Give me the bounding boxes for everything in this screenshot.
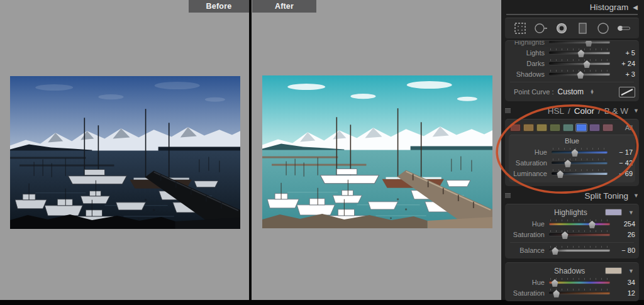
tick-marks — [550, 219, 609, 221]
hsl-mode-hsl[interactable]: HSL — [548, 106, 564, 116]
slider-knob[interactable] — [583, 60, 591, 68]
crop-overlay-icon[interactable] — [513, 21, 528, 35]
chevron-down-icon[interactable]: ▼ — [633, 108, 639, 114]
slider-value: 12 — [610, 289, 635, 297]
tick-marks — [550, 246, 609, 248]
slider-value: − 17 — [608, 148, 633, 156]
histogram-header[interactable]: Histogram ◀ — [505, 0, 639, 14]
split-divider — [510, 242, 634, 243]
chevron-down-icon[interactable]: ▼ — [633, 192, 639, 199]
slider-knob[interactable] — [551, 279, 558, 287]
chevron-down-icon[interactable]: ▼ — [628, 209, 634, 216]
slider-track[interactable] — [552, 148, 608, 157]
slider-track[interactable] — [549, 219, 610, 228]
blue-channel-box: Blue Hue− 17Saturation− 42Luminance− 69 — [509, 135, 635, 182]
spot-removal-icon[interactable] — [533, 21, 548, 35]
highlights-color-swatch[interactable] — [605, 209, 622, 216]
slider-track[interactable] — [549, 246, 610, 255]
slider-knob[interactable] — [564, 160, 572, 167]
slider-knob[interactable] — [588, 221, 596, 228]
slider-track[interactable] — [549, 289, 610, 297]
slider-label: Darks — [509, 60, 549, 67]
tick-marks — [553, 169, 606, 171]
red-eye-icon[interactable] — [554, 21, 569, 35]
slider-label: Saturation — [511, 159, 552, 167]
slider-knob[interactable] — [553, 290, 560, 297]
tick-marks — [550, 230, 609, 232]
after-tab: After — [252, 0, 316, 13]
slider-label: Hue — [511, 148, 552, 156]
blue-sliders: Hue− 17Saturation− 42Luminance− 69 — [511, 147, 633, 179]
slider-knob[interactable] — [571, 149, 579, 157]
point-curve-select[interactable]: Custom — [558, 87, 584, 96]
tick-marks — [553, 158, 606, 160]
tool-strip — [505, 18, 639, 38]
develop-panel: Histogram ◀ — [501, 0, 644, 300]
color-swatch-magenta[interactable] — [602, 124, 613, 131]
slider-row-lights: Lights+ 5 — [509, 48, 635, 58]
balance-slider: Balance− 80 — [509, 245, 635, 255]
color-swatch-purple[interactable] — [589, 124, 600, 131]
slider-row-saturation: Saturation− 42 — [511, 158, 633, 168]
slider-knob[interactable] — [552, 247, 559, 255]
after-photo — [262, 75, 492, 228]
color-swatch-blue[interactable] — [576, 124, 587, 131]
slider-track[interactable] — [552, 169, 608, 178]
slider-knob[interactable] — [561, 231, 569, 239]
chevron-down-icon[interactable]: ▼ — [628, 268, 634, 274]
tone-divider — [510, 82, 634, 82]
slider-value: + 5 — [610, 49, 635, 57]
point-curve-label: Point Curve : — [514, 88, 554, 96]
graduated-filter-icon[interactable] — [575, 21, 590, 35]
point-curve-stepper-icon[interactable]: ▲▼ — [590, 89, 594, 95]
pane-divider — [249, 0, 252, 300]
slider-knob[interactable] — [577, 71, 584, 79]
hsl-mode-bw[interactable]: B & W — [604, 106, 628, 116]
radial-filter-icon[interactable] — [596, 21, 611, 35]
color-swatch-orange[interactable] — [523, 124, 534, 131]
adjustment-brush-icon[interactable] — [616, 21, 631, 35]
shadows-title: Shadows — [554, 267, 585, 275]
slider-row-hue: Hue254 — [509, 219, 635, 229]
color-swatch-yellow[interactable] — [536, 124, 547, 131]
slider-knob[interactable] — [577, 50, 585, 57]
slider-track[interactable] — [552, 158, 608, 167]
tick-marks — [553, 148, 606, 150]
slider-track[interactable] — [549, 40, 610, 47]
panel-toggle-icon[interactable] — [505, 108, 511, 113]
histogram-divider — [506, 14, 638, 15]
slider-row-highlights: Highlights — [509, 40, 635, 47]
slider-row-saturation: Saturation12 — [509, 288, 635, 298]
slider-track[interactable] — [549, 48, 610, 57]
slider-label: Luminance — [511, 170, 552, 177]
slider-track[interactable] — [549, 70, 610, 79]
point-curve-edit-button[interactable] — [619, 87, 635, 97]
slider-value: 34 — [610, 279, 635, 286]
compare-canvas: Before After — [0, 0, 501, 300]
slider-label: Saturation — [509, 289, 549, 297]
slider-knob[interactable] — [557, 170, 564, 178]
color-swatch-red[interactable] — [510, 124, 521, 131]
separator: / — [598, 106, 601, 116]
slider-track[interactable] — [549, 230, 610, 239]
hsl-mode-color[interactable]: Color — [574, 106, 594, 116]
hsl-panel-body: All Blue Hue− 17Saturation− 42Luminance−… — [505, 119, 639, 186]
split-highlights-box: Highlights ▼ Hue254Saturation26 Balance−… — [505, 204, 639, 258]
split-toning-header[interactable]: Split Toning ▼ — [505, 189, 639, 202]
shadows-color-swatch[interactable] — [605, 267, 622, 274]
slider-row-saturation: Saturation26 — [509, 230, 635, 240]
slider-track[interactable] — [549, 278, 610, 287]
panel-toggle-icon[interactable] — [505, 193, 511, 198]
slider-value: + 3 — [610, 70, 635, 78]
highlights-title: Highlights — [554, 208, 587, 217]
slider-value: − 69 — [608, 170, 633, 177]
tick-marks — [550, 289, 609, 291]
color-swatch-green[interactable] — [550, 124, 560, 131]
all-colors-label[interactable]: All — [625, 124, 634, 131]
slider-track[interactable] — [549, 59, 610, 68]
hsl-section-header[interactable]: HSL / Color / B & W ▼ — [505, 104, 639, 117]
slider-row-balance: Balance− 80 — [509, 245, 635, 255]
slider-value: + 24 — [610, 60, 635, 67]
color-swatch-aqua[interactable] — [563, 124, 574, 131]
collapse-left-icon[interactable]: ◀ — [633, 4, 638, 11]
